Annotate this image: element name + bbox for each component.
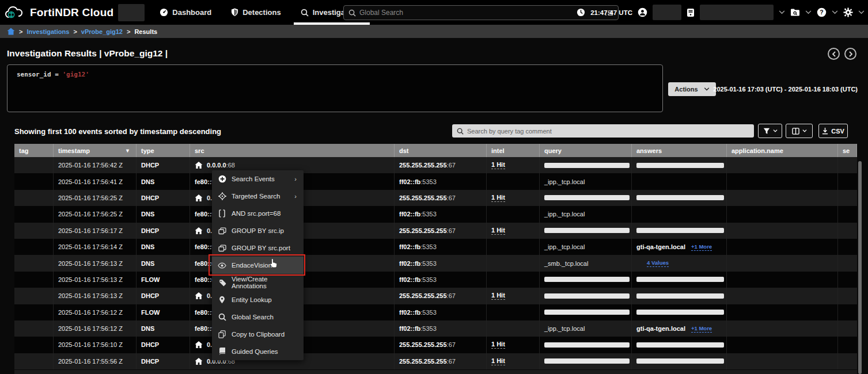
- prev-results-button[interactable]: [828, 48, 840, 60]
- cell-dst[interactable]: ff02::fb:5353: [395, 239, 487, 255]
- chevron-down-icon[interactable]: [832, 10, 838, 14]
- chevron-down-icon[interactable]: [779, 10, 785, 14]
- table-row[interactable]: 2025-01-16 17:56:12 ZDNSfe80::feff02::fb…: [14, 320, 857, 337]
- filter-button[interactable]: [758, 124, 782, 138]
- intel-hit-link[interactable]: 1 Hit: [491, 292, 505, 300]
- cell-intel[interactable]: [487, 206, 540, 222]
- cell-intel[interactable]: [487, 272, 540, 288]
- column-header-timestamp[interactable]: timestamp▼: [54, 144, 137, 157]
- intel-hit-link[interactable]: 1 Hit: [491, 194, 505, 202]
- menu-item-targeted-search[interactable]: Targeted Search›: [212, 188, 304, 205]
- table-row[interactable]: 2025-01-16 17:56:10 ZDHCP0.0.0.0:68255.2…: [14, 337, 857, 353]
- menu-item-global-search[interactable]: Global Search: [212, 308, 304, 326]
- cell-dst[interactable]: 255.255.255.255:67: [395, 288, 487, 304]
- table-row[interactable]: 2025-01-16 17:56:13 ZDHCP0.0.0.0:68255.2…: [14, 288, 857, 304]
- cell-dst[interactable]: 255.255.255.255:67: [395, 353, 487, 369]
- table-row[interactable]: 2025-01-16 17:55:56 ZDHCP0.0.0.0:68255.2…: [14, 353, 857, 369]
- intel-hit-link[interactable]: 1 Hit: [491, 227, 505, 235]
- column-header-answers[interactable]: answers: [632, 144, 727, 157]
- column-header-dst[interactable]: dst: [395, 144, 487, 157]
- table-row[interactable]: 2025-01-16 17:56:13 ZFLOWfe80::60ff02::f…: [14, 272, 857, 288]
- answers-expand-link[interactable]: +1 More: [691, 243, 712, 251]
- menu-item-guided-queries[interactable]: Guided Queries: [212, 343, 304, 360]
- cell-dst[interactable]: 255.255.255.255:67: [395, 337, 487, 353]
- column-header-application.name[interactable]: application.name: [727, 144, 838, 157]
- global-search-input[interactable]: [359, 9, 601, 17]
- tag-search-box[interactable]: [452, 124, 754, 138]
- cell-dst[interactable]: 255.255.255.255:67: [395, 157, 487, 173]
- next-results-button[interactable]: [844, 48, 856, 60]
- cell-dst[interactable]: ff02::fb:5353: [395, 206, 487, 222]
- chevron-down-icon[interactable]: [805, 10, 812, 14]
- table-row[interactable]: 2025-01-16 17:56:41 ZDNSfe80::feff02::fb…: [14, 173, 857, 189]
- cell-intel[interactable]: 1 Hit: [487, 353, 540, 369]
- csv-export-button[interactable]: CSV: [818, 124, 848, 138]
- cell-dst[interactable]: ff02::fb:5353: [395, 304, 487, 320]
- table-row[interactable]: 2025-01-16 17:56:13 ZDNSfe80::6ff02::fb:…: [14, 255, 857, 271]
- cell-timestamp: 2025-01-16 17:56:25 Z: [54, 206, 137, 222]
- date-range[interactable]: 2025-01-16 17:03 (UTC) - 2025-01-16 18:0…: [713, 86, 858, 93]
- breadcrumb-investigations[interactable]: Investigations: [26, 28, 69, 35]
- menu-item-copy-to-clipboard[interactable]: Copy to Clipboard: [212, 326, 304, 343]
- table-scrollbar[interactable]: [858, 161, 862, 374]
- tag-icon: [218, 279, 226, 287]
- menu-item-view-create-annotations[interactable]: View/Create Annotations: [212, 274, 304, 291]
- chevron-down-icon[interactable]: [858, 10, 865, 14]
- menu-item-and-src-port-68[interactable]: AND src.port=68: [212, 205, 304, 222]
- cell-intel[interactable]: 1 Hit: [487, 288, 540, 304]
- cell-query: [540, 223, 632, 239]
- cell-intel[interactable]: 1 Hit: [487, 223, 540, 239]
- gear-icon[interactable]: [843, 7, 853, 17]
- home-icon[interactable]: [7, 28, 15, 35]
- answers-expand-link[interactable]: 4 Values: [647, 259, 669, 267]
- tag-search-input[interactable]: [467, 128, 749, 135]
- intel-hit-link[interactable]: 1 Hit: [491, 341, 505, 349]
- column-header-type[interactable]: type: [137, 144, 190, 157]
- cell-intel[interactable]: [487, 304, 540, 320]
- portal-search-icon[interactable]: [790, 8, 800, 17]
- table-row[interactable]: 2025-01-16 17:56:25 ZDHCP0.0.0.0:68255.2…: [14, 190, 857, 206]
- table-row[interactable]: 2025-01-16 17:56:17 ZDHCP0.0.0.0:68255.2…: [14, 223, 857, 239]
- menu-item-entity-lookup[interactable]: Entity Lookup: [212, 291, 304, 308]
- cell-intel[interactable]: 1 Hit: [487, 337, 540, 353]
- cell-dst[interactable]: 255.255.255.255:67: [395, 190, 487, 206]
- cell-intel[interactable]: [487, 173, 540, 189]
- menu-item-group-by-src-port[interactable]: GROUP BY src.port: [212, 239, 304, 257]
- table-row[interactable]: 2025-01-16 17:56:42 ZDHCP0.0.0.0:68255.2…: [14, 157, 857, 173]
- breadcrumb-vprobe[interactable]: vProbe_gig12: [81, 28, 123, 35]
- menu-item-group-by-src-ip[interactable]: GROUP BY src.ip: [212, 222, 304, 239]
- columns-icon: [792, 128, 799, 135]
- user-icon[interactable]: [638, 7, 647, 17]
- intel-hit-link[interactable]: 1 Hit: [491, 161, 505, 169]
- column-header-intel[interactable]: intel: [487, 144, 540, 157]
- intel-hit-link[interactable]: 1 Hit: [491, 357, 505, 365]
- help-icon[interactable]: ?: [817, 7, 827, 17]
- cell-intel[interactable]: 1 Hit: [487, 157, 540, 173]
- cell-dst[interactable]: ff02::fb:5353: [395, 272, 487, 288]
- query-editor[interactable]: sensor_id = 'gig12': [7, 64, 663, 112]
- menu-item-search-events[interactable]: Search Events›: [212, 170, 304, 188]
- table-row[interactable]: 2025-01-16 17:56:12 ZFLOWfe80::feff02::f…: [14, 304, 857, 320]
- columns-button[interactable]: [786, 124, 813, 138]
- nav-detections[interactable]: Detections: [231, 0, 281, 25]
- actions-button[interactable]: Actions: [668, 82, 716, 96]
- answers-expand-link[interactable]: +1 More: [691, 325, 712, 333]
- dst-port: :5353: [420, 260, 437, 267]
- column-header-tag[interactable]: tag: [14, 144, 54, 157]
- cell-dst[interactable]: ff02::fb:5353: [395, 255, 487, 271]
- cell-intel[interactable]: [487, 320, 540, 337]
- column-header-query[interactable]: query: [540, 144, 632, 157]
- table-row[interactable]: 2025-01-16 17:56:25 ZDNSfe80::feff02::fb…: [14, 206, 857, 222]
- cell-intel[interactable]: [487, 255, 540, 271]
- menu-item-endacevision[interactable]: EndaceVision: [212, 257, 304, 274]
- cell-intel[interactable]: [487, 239, 540, 255]
- nav-dashboard[interactable]: Dashboard: [160, 0, 211, 25]
- cell-dst[interactable]: ff02::fb:5353: [395, 173, 487, 189]
- column-header-src[interactable]: src: [190, 144, 395, 157]
- column-header-se[interactable]: se: [838, 144, 857, 157]
- cell-intel[interactable]: 1 Hit: [487, 190, 540, 206]
- table-row[interactable]: 2025-01-16 17:56:14 ZDNSfe80::feff02::fb…: [14, 239, 857, 255]
- account-icon[interactable]: [687, 8, 695, 17]
- cell-dst[interactable]: ff02::fb:5353: [395, 320, 487, 337]
- cell-dst[interactable]: 255.255.255.255:67: [395, 223, 487, 239]
